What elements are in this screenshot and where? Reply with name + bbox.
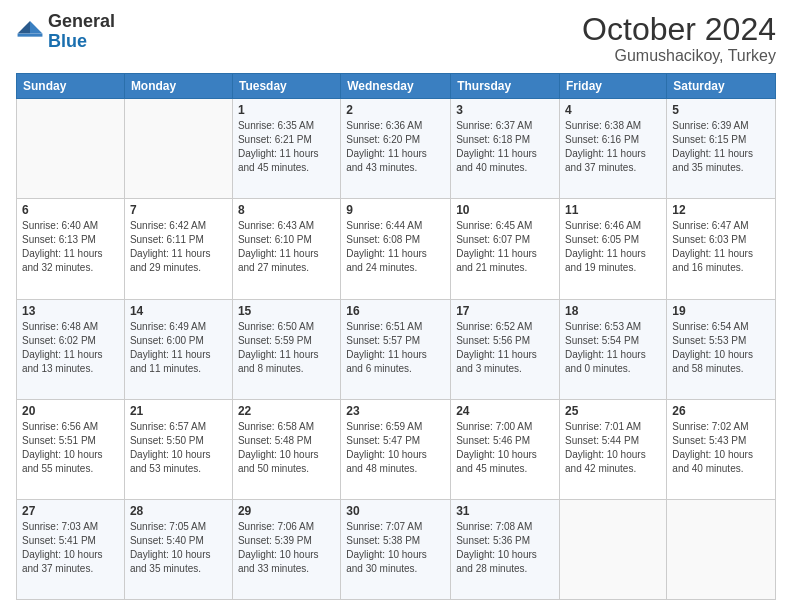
day-info: Sunrise: 6:51 AM Sunset: 5:57 PM Dayligh… (346, 320, 445, 376)
logo-icon (16, 18, 44, 46)
day-info: Sunrise: 7:03 AM Sunset: 5:41 PM Dayligh… (22, 520, 119, 576)
calendar-cell: 19Sunrise: 6:54 AM Sunset: 5:53 PM Dayli… (667, 299, 776, 399)
day-number: 24 (456, 404, 554, 418)
day-info: Sunrise: 7:01 AM Sunset: 5:44 PM Dayligh… (565, 420, 661, 476)
day-number: 22 (238, 404, 335, 418)
column-header-saturday: Saturday (667, 74, 776, 99)
day-info: Sunrise: 6:46 AM Sunset: 6:05 PM Dayligh… (565, 219, 661, 275)
calendar-cell: 15Sunrise: 6:50 AM Sunset: 5:59 PM Dayli… (232, 299, 340, 399)
calendar-cell: 28Sunrise: 7:05 AM Sunset: 5:40 PM Dayli… (124, 499, 232, 599)
calendar-cell: 30Sunrise: 7:07 AM Sunset: 5:38 PM Dayli… (341, 499, 451, 599)
day-info: Sunrise: 7:05 AM Sunset: 5:40 PM Dayligh… (130, 520, 227, 576)
page: General Blue October 2024 Gumushacikoy, … (0, 0, 792, 612)
column-header-monday: Monday (124, 74, 232, 99)
calendar-cell: 8Sunrise: 6:43 AM Sunset: 6:10 PM Daylig… (232, 199, 340, 299)
day-number: 21 (130, 404, 227, 418)
day-info: Sunrise: 6:47 AM Sunset: 6:03 PM Dayligh… (672, 219, 770, 275)
day-info: Sunrise: 6:37 AM Sunset: 6:18 PM Dayligh… (456, 119, 554, 175)
logo-text: General Blue (48, 12, 115, 52)
day-info: Sunrise: 6:42 AM Sunset: 6:11 PM Dayligh… (130, 219, 227, 275)
calendar-cell: 3Sunrise: 6:37 AM Sunset: 6:18 PM Daylig… (451, 99, 560, 199)
day-info: Sunrise: 6:45 AM Sunset: 6:07 PM Dayligh… (456, 219, 554, 275)
day-number: 31 (456, 504, 554, 518)
day-info: Sunrise: 6:48 AM Sunset: 6:02 PM Dayligh… (22, 320, 119, 376)
logo: General Blue (16, 12, 115, 52)
calendar-cell: 11Sunrise: 6:46 AM Sunset: 6:05 PM Dayli… (560, 199, 667, 299)
day-number: 3 (456, 103, 554, 117)
calendar-cell: 14Sunrise: 6:49 AM Sunset: 6:00 PM Dayli… (124, 299, 232, 399)
calendar-cell: 2Sunrise: 6:36 AM Sunset: 6:20 PM Daylig… (341, 99, 451, 199)
day-info: Sunrise: 6:57 AM Sunset: 5:50 PM Dayligh… (130, 420, 227, 476)
week-row-3: 13Sunrise: 6:48 AM Sunset: 6:02 PM Dayli… (17, 299, 776, 399)
calendar-cell: 12Sunrise: 6:47 AM Sunset: 6:03 PM Dayli… (667, 199, 776, 299)
day-number: 18 (565, 304, 661, 318)
column-header-sunday: Sunday (17, 74, 125, 99)
day-info: Sunrise: 6:44 AM Sunset: 6:08 PM Dayligh… (346, 219, 445, 275)
day-number: 8 (238, 203, 335, 217)
week-row-5: 27Sunrise: 7:03 AM Sunset: 5:41 PM Dayli… (17, 499, 776, 599)
logo-general: General (48, 11, 115, 31)
calendar-cell: 22Sunrise: 6:58 AM Sunset: 5:48 PM Dayli… (232, 399, 340, 499)
day-number: 7 (130, 203, 227, 217)
day-number: 12 (672, 203, 770, 217)
day-number: 23 (346, 404, 445, 418)
calendar-cell: 27Sunrise: 7:03 AM Sunset: 5:41 PM Dayli… (17, 499, 125, 599)
day-info: Sunrise: 6:38 AM Sunset: 6:16 PM Dayligh… (565, 119, 661, 175)
column-header-friday: Friday (560, 74, 667, 99)
day-number: 10 (456, 203, 554, 217)
calendar-cell: 25Sunrise: 7:01 AM Sunset: 5:44 PM Dayli… (560, 399, 667, 499)
day-number: 5 (672, 103, 770, 117)
month-title: October 2024 (582, 12, 776, 47)
day-number: 30 (346, 504, 445, 518)
calendar-cell: 20Sunrise: 6:56 AM Sunset: 5:51 PM Dayli… (17, 399, 125, 499)
day-info: Sunrise: 6:56 AM Sunset: 5:51 PM Dayligh… (22, 420, 119, 476)
day-number: 26 (672, 404, 770, 418)
column-header-wednesday: Wednesday (341, 74, 451, 99)
day-number: 29 (238, 504, 335, 518)
week-row-2: 6Sunrise: 6:40 AM Sunset: 6:13 PM Daylig… (17, 199, 776, 299)
day-number: 15 (238, 304, 335, 318)
day-info: Sunrise: 6:35 AM Sunset: 6:21 PM Dayligh… (238, 119, 335, 175)
day-info: Sunrise: 6:58 AM Sunset: 5:48 PM Dayligh… (238, 420, 335, 476)
day-info: Sunrise: 6:52 AM Sunset: 5:56 PM Dayligh… (456, 320, 554, 376)
calendar-cell: 9Sunrise: 6:44 AM Sunset: 6:08 PM Daylig… (341, 199, 451, 299)
title-block: October 2024 Gumushacikoy, Turkey (582, 12, 776, 65)
day-number: 13 (22, 304, 119, 318)
day-info: Sunrise: 6:59 AM Sunset: 5:47 PM Dayligh… (346, 420, 445, 476)
calendar-cell (124, 99, 232, 199)
day-info: Sunrise: 7:00 AM Sunset: 5:46 PM Dayligh… (456, 420, 554, 476)
location: Gumushacikoy, Turkey (582, 47, 776, 65)
day-number: 19 (672, 304, 770, 318)
day-number: 17 (456, 304, 554, 318)
calendar-cell: 23Sunrise: 6:59 AM Sunset: 5:47 PM Dayli… (341, 399, 451, 499)
calendar-cell: 16Sunrise: 6:51 AM Sunset: 5:57 PM Dayli… (341, 299, 451, 399)
calendar-cell (560, 499, 667, 599)
day-info: Sunrise: 6:53 AM Sunset: 5:54 PM Dayligh… (565, 320, 661, 376)
day-number: 20 (22, 404, 119, 418)
day-info: Sunrise: 6:40 AM Sunset: 6:13 PM Dayligh… (22, 219, 119, 275)
day-number: 14 (130, 304, 227, 318)
day-number: 25 (565, 404, 661, 418)
calendar-cell (667, 499, 776, 599)
day-info: Sunrise: 7:02 AM Sunset: 5:43 PM Dayligh… (672, 420, 770, 476)
day-info: Sunrise: 6:43 AM Sunset: 6:10 PM Dayligh… (238, 219, 335, 275)
svg-rect-2 (18, 33, 43, 36)
week-row-4: 20Sunrise: 6:56 AM Sunset: 5:51 PM Dayli… (17, 399, 776, 499)
calendar-cell: 29Sunrise: 7:06 AM Sunset: 5:39 PM Dayli… (232, 499, 340, 599)
calendar-cell: 24Sunrise: 7:00 AM Sunset: 5:46 PM Dayli… (451, 399, 560, 499)
calendar-table: SundayMondayTuesdayWednesdayThursdayFrid… (16, 73, 776, 600)
calendar-cell: 31Sunrise: 7:08 AM Sunset: 5:36 PM Dayli… (451, 499, 560, 599)
day-number: 9 (346, 203, 445, 217)
calendar-cell (17, 99, 125, 199)
day-info: Sunrise: 7:06 AM Sunset: 5:39 PM Dayligh… (238, 520, 335, 576)
day-number: 1 (238, 103, 335, 117)
calendar-cell: 1Sunrise: 6:35 AM Sunset: 6:21 PM Daylig… (232, 99, 340, 199)
day-info: Sunrise: 6:54 AM Sunset: 5:53 PM Dayligh… (672, 320, 770, 376)
header: General Blue October 2024 Gumushacikoy, … (16, 12, 776, 65)
logo-blue: Blue (48, 31, 87, 51)
svg-marker-0 (30, 21, 42, 33)
calendar-cell: 21Sunrise: 6:57 AM Sunset: 5:50 PM Dayli… (124, 399, 232, 499)
day-number: 16 (346, 304, 445, 318)
column-header-tuesday: Tuesday (232, 74, 340, 99)
day-info: Sunrise: 6:36 AM Sunset: 6:20 PM Dayligh… (346, 119, 445, 175)
